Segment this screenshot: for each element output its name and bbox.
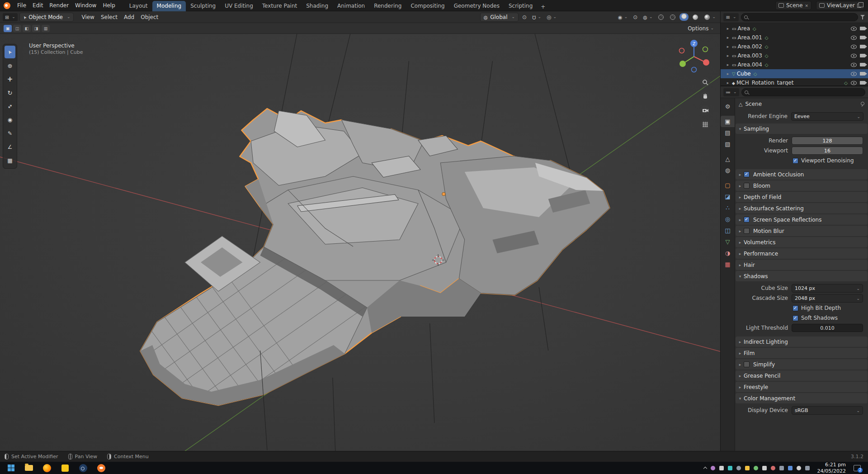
tab-render-properties[interactable]: [721, 116, 735, 127]
hair-header[interactable]: Hair: [736, 260, 868, 270]
select-mode-invert-icon[interactable]: [32, 25, 40, 32]
unlink-scene-icon[interactable]: [805, 2, 809, 9]
tray-icon[interactable]: [797, 466, 801, 470]
outliner-search[interactable]: [741, 13, 858, 21]
menu-select[interactable]: Select: [98, 13, 121, 22]
bloom-checkbox[interactable]: [744, 183, 750, 189]
outliner-search-input[interactable]: [750, 14, 855, 20]
outliner-row-mch-rotation-target[interactable]: MCH_Rotation_target: [721, 78, 868, 85]
menu-window[interactable]: Window: [72, 1, 99, 10]
steam-button[interactable]: [74, 462, 92, 474]
disclosure-icon[interactable]: [725, 44, 731, 49]
indirect-lighting-header[interactable]: Indirect Lighting: [736, 337, 868, 347]
tray-icon[interactable]: [711, 466, 715, 470]
cube-size-dropdown[interactable]: 1024 px: [792, 284, 863, 293]
workspace-tab-compositing[interactable]: Compositing: [406, 1, 449, 11]
transform-tool[interactable]: [5, 114, 15, 126]
scene-selector[interactable]: Scene: [775, 1, 811, 10]
motion-blur-checkbox[interactable]: [744, 228, 750, 234]
new-viewlayer-icon[interactable]: [857, 4, 861, 8]
outliner-row-area[interactable]: Area: [721, 24, 868, 33]
cascade-size-dropdown[interactable]: 2048 px: [792, 294, 863, 303]
options-dropdown[interactable]: Options: [685, 24, 717, 33]
render-samples-field[interactable]: 128: [792, 137, 863, 145]
render-engine-dropdown[interactable]: Eevee: [791, 112, 863, 121]
tab-output-properties[interactable]: [721, 127, 735, 138]
transform-orientation-dropdown[interactable]: Global: [480, 13, 519, 22]
scale-tool[interactable]: [5, 100, 15, 113]
zoom-button[interactable]: [700, 77, 710, 87]
show-overlays-button[interactable]: [641, 13, 654, 21]
outliner-row-area002[interactable]: Area.002: [721, 42, 868, 51]
disclosure-icon[interactable]: [725, 35, 731, 40]
ambient-occlusion-checkbox[interactable]: [744, 171, 750, 177]
hide-in-viewport-icon[interactable]: [851, 45, 857, 49]
simplify-checkbox[interactable]: [744, 361, 750, 367]
hide-in-viewport-icon[interactable]: [851, 81, 857, 85]
pan-button[interactable]: [700, 91, 710, 101]
tray-icon[interactable]: [745, 466, 750, 470]
shading-material-button[interactable]: [690, 14, 700, 21]
high-bit-depth-checkbox[interactable]: [793, 305, 798, 311]
show-object-types-button[interactable]: [616, 13, 629, 21]
proportional-editing-button[interactable]: [545, 13, 558, 21]
tray-icon[interactable]: [762, 466, 767, 470]
display-device-dropdown[interactable]: sRGB: [792, 406, 863, 415]
disable-in-render-icon[interactable]: [860, 54, 865, 57]
file-explorer-button[interactable]: [20, 462, 38, 474]
color-management-header[interactable]: Color Management: [736, 393, 868, 403]
menu-help[interactable]: Help: [99, 1, 118, 10]
ssr-checkbox[interactable]: [744, 217, 750, 223]
tray-icon[interactable]: [719, 466, 724, 470]
disclosure-icon[interactable]: [725, 53, 731, 58]
blender-logo-icon[interactable]: [4, 2, 10, 9]
tray-icon[interactable]: [788, 466, 793, 470]
workspace-tab-layout[interactable]: Layout: [125, 1, 152, 11]
properties-editor-type-button[interactable]: [723, 88, 739, 96]
disclosure-icon[interactable]: [725, 81, 731, 85]
select-mode-subtract-icon[interactable]: [23, 25, 31, 32]
tray-icon[interactable]: [779, 466, 784, 470]
disable-in-render-icon[interactable]: [860, 45, 865, 48]
pin-icon[interactable]: [860, 102, 864, 106]
shading-solid-button[interactable]: [679, 13, 689, 21]
firefox-button[interactable]: [38, 462, 56, 474]
workspace-tab-rendering[interactable]: Rendering: [369, 1, 406, 11]
properties-search-input[interactable]: [750, 90, 862, 95]
tray-icon[interactable]: [728, 466, 732, 470]
tray-icon[interactable]: [754, 466, 758, 470]
workspace-tab-geometry-nodes[interactable]: Geometry Nodes: [449, 1, 504, 11]
tab-texture-properties[interactable]: [721, 259, 735, 270]
editor-type-button[interactable]: [3, 13, 18, 21]
add-cube-tool[interactable]: [5, 154, 15, 167]
annotate-tool[interactable]: [5, 127, 15, 140]
menu-add[interactable]: Add: [121, 13, 137, 22]
outliner-editor-type-button[interactable]: [723, 13, 739, 21]
hidden-icons-chevron[interactable]: [703, 467, 707, 470]
mode-dropdown[interactable]: Object Mode: [19, 13, 74, 22]
tab-scene-properties[interactable]: [721, 153, 735, 165]
outliner-row-area001[interactable]: Area.001: [721, 33, 868, 42]
volumetrics-header[interactable]: Volumetrics: [736, 237, 868, 247]
shading-rendered-button[interactable]: [702, 14, 717, 21]
workspace-tab-sculpting[interactable]: Sculpting: [186, 1, 220, 11]
tray-icon[interactable]: [771, 466, 775, 470]
viewport-denoising-checkbox[interactable]: [793, 158, 798, 164]
filter-icon[interactable]: [860, 15, 865, 19]
tab-physics-properties[interactable]: [721, 213, 735, 225]
hide-in-viewport-icon[interactable]: [851, 72, 857, 76]
pivot-point-button[interactable]: [520, 13, 528, 21]
workspace-tab-modeling[interactable]: Modeling: [152, 1, 186, 11]
rotate-tool[interactable]: [5, 86, 15, 99]
workspace-tab-animation[interactable]: Animation: [333, 1, 369, 11]
disable-in-render-icon[interactable]: [860, 36, 865, 39]
blender-taskbar-button[interactable]: [92, 462, 110, 474]
workspace-tab-shading[interactable]: Shading: [302, 1, 333, 11]
disable-in-render-icon[interactable]: [860, 63, 865, 66]
select-mode-intersect-icon[interactable]: [42, 25, 50, 32]
screen-space-reflections-header[interactable]: Screen Space Reflections: [736, 214, 868, 225]
tab-object-data-properties[interactable]: [721, 236, 735, 247]
tray-icon[interactable]: [805, 466, 810, 470]
hide-in-viewport-icon[interactable]: [851, 27, 857, 31]
toggle-perspective-button[interactable]: [700, 119, 710, 129]
